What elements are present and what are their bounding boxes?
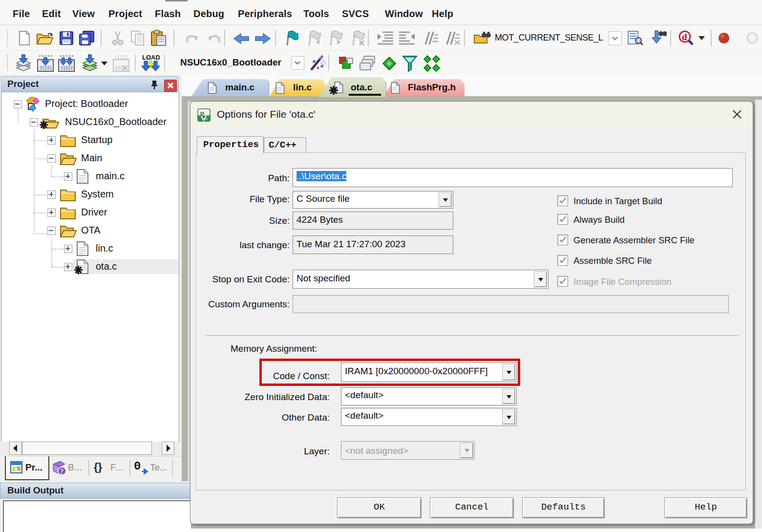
svg-text:LOAD: LOAD xyxy=(142,54,160,61)
svg-text:µ: µ xyxy=(200,109,204,116)
svg-text:s: s xyxy=(206,116,208,121)
svg-text:d: d xyxy=(682,32,687,42)
svg-text:?: ? xyxy=(60,468,64,475)
